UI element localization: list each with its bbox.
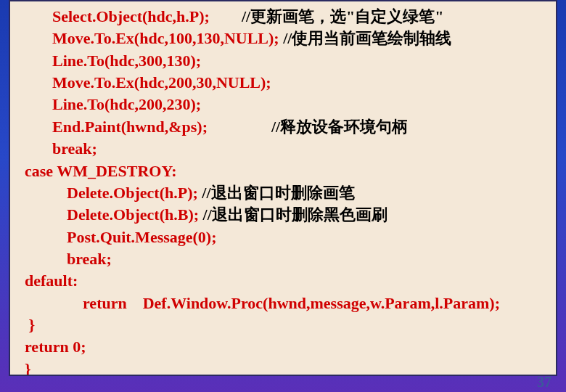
comment-text: //退出窗口时删除黑色画刷 <box>203 205 387 224</box>
code-box: Select.Object(hdc,h.P); //更新画笔，选"自定义绿笔"M… <box>9 0 557 376</box>
code-text: break; <box>52 139 97 158</box>
comment-text: //使用当前画笔绘制轴线 <box>283 29 451 47</box>
code-line: return 0; <box>17 336 549 358</box>
code-line: Move.To.Ex(hdc,100,130,NULL); //使用当前画笔绘制… <box>17 28 549 49</box>
code-line: Delete.Object(h.B); //退出窗口时删除黑色画刷 <box>17 204 549 226</box>
code-lines: Select.Object(hdc,h.P); //更新画笔，选"自定义绿笔"M… <box>17 6 549 376</box>
code-line: Post.Quit.Message(0); <box>17 226 549 248</box>
comment-text: //释放设备环境句柄 <box>255 118 408 136</box>
code-text: return Def.Window.Proc(hwnd,message,w.Pa… <box>83 294 500 312</box>
code-line: return Def.Window.Proc(hwnd,message,w.Pa… <box>17 293 549 314</box>
code-text: Move.To.Ex(hdc,200,30,NULL); <box>52 73 271 91</box>
code-text: Move.To.Ex(hdc,100,130,NULL); <box>52 29 283 47</box>
code-line: } <box>17 359 549 376</box>
code-text: Post.Quit.Message(0); <box>67 228 217 246</box>
code-text: case WM_DESTROY: <box>25 162 177 180</box>
code-text: } <box>25 360 31 376</box>
code-line: Line.To(hdc,300,130); <box>17 50 549 72</box>
code-line: End.Paint(hwnd,&ps); //释放设备环境句柄 <box>17 116 549 138</box>
code-text: Select.Object(hdc,h.P); <box>52 7 226 25</box>
code-text: Delete.Object(h.P); <box>67 184 202 202</box>
code-text: Line.To(hdc,200,230); <box>52 95 201 113</box>
code-line: } <box>17 314 549 336</box>
code-line: case WM_DESTROY: <box>17 160 549 182</box>
code-text: End.Paint(hwnd,&ps); <box>52 118 255 136</box>
comment-text: //退出窗口时删除画笔 <box>202 184 354 202</box>
code-text: Delete.Object(h.B); <box>67 205 203 224</box>
code-line: Select.Object(hdc,h.P); //更新画笔，选"自定义绿笔" <box>17 6 549 28</box>
code-text: } <box>25 316 35 334</box>
code-line: Move.To.Ex(hdc,200,30,NULL); <box>17 72 549 94</box>
code-line: break; <box>17 138 549 160</box>
code-line: Delete.Object(h.P); //退出窗口时删除画笔 <box>17 182 549 204</box>
page-number: 37 <box>537 374 551 391</box>
code-text: default: <box>25 271 78 290</box>
code-text: return 0; <box>25 338 86 356</box>
code-line: default: <box>17 270 549 292</box>
comment-text: //更新画笔，选"自定义绿笔" <box>226 7 444 25</box>
code-line: Line.To(hdc,200,230); <box>17 94 549 115</box>
code-text: break; <box>67 250 112 268</box>
code-text: Line.To(hdc,300,130); <box>52 52 201 70</box>
code-line: break; <box>17 248 549 270</box>
